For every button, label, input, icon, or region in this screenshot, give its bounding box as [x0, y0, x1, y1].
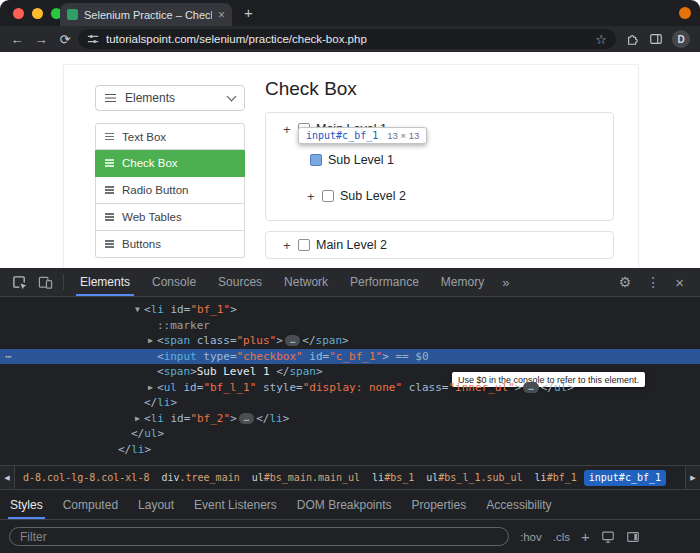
- disclosure-arrow-icon[interactable]: ▶: [131, 411, 144, 427]
- expand-plus-icon[interactable]: +: [307, 190, 316, 203]
- code-token: </: [302, 334, 315, 347]
- breadcrumb-item[interactable]: li#bs_1: [367, 470, 419, 486]
- close-devtools-icon[interactable]: ×: [675, 275, 684, 290]
- menu-header[interactable]: Elements: [95, 85, 245, 111]
- devtools-tab-sources[interactable]: Sources: [207, 268, 273, 296]
- breadcrumb-item[interactable]: div.tree_main: [156, 470, 244, 486]
- sidebar-item-radio-button[interactable]: Radio Button: [95, 177, 245, 204]
- inline-expand-icon[interactable]: …: [523, 382, 538, 393]
- device-toolbar-icon[interactable]: [32, 275, 58, 290]
- code-token: "c_bf_1": [329, 350, 382, 363]
- breadcrumb-scroll-right-icon[interactable]: ▶: [685, 466, 700, 489]
- sidebar-item-text-box[interactable]: Text Box: [95, 123, 245, 150]
- inline-expand-icon[interactable]: …: [285, 335, 300, 346]
- forward-icon[interactable]: →: [30, 32, 52, 47]
- sub-level-2-checkbox[interactable]: [322, 190, 334, 202]
- code-token: ::marker: [157, 319, 210, 332]
- code-token: <: [157, 350, 164, 363]
- styles-tab-event-listeners[interactable]: Event Listeners: [184, 490, 287, 519]
- sidebar-item-buttons[interactable]: Buttons: [95, 231, 245, 258]
- devtools-tab-memory[interactable]: Memory: [430, 268, 495, 296]
- main-level-2-checkbox[interactable]: [298, 239, 310, 251]
- dom-tree-line[interactable]: ▶<li id="bf_2">…</li>: [0, 411, 700, 427]
- dom-tree-line[interactable]: ▶<span class="plus">…</span>: [0, 333, 700, 349]
- dom-tree-line[interactable]: </li>: [0, 442, 700, 458]
- styles-tab-layout[interactable]: Layout: [128, 490, 184, 519]
- disclosure-arrow-icon[interactable]: ▶: [144, 380, 157, 396]
- menu-item-icon: [105, 159, 114, 167]
- styles-tab-dom-breakpoints[interactable]: DOM Breakpoints: [287, 490, 402, 519]
- breadcrumb-scroll-left-icon[interactable]: ◀: [0, 466, 15, 489]
- dom-tree: Use $0 in the console to refer to this e…: [0, 297, 700, 465]
- crumb-selector: #bs_main.main_ul: [264, 472, 360, 483]
- devtools-tab-network[interactable]: Network: [273, 268, 339, 296]
- site-info-icon[interactable]: [87, 33, 99, 45]
- practice-menu-list: Text BoxCheck BoxRadio ButtonWeb TablesB…: [95, 123, 245, 258]
- code-token: id: [177, 381, 197, 394]
- dom-tree-line[interactable]: ▶<ul id="bf_l_1" style="display: none" c…: [0, 380, 700, 396]
- sidebar-item-check-box[interactable]: Check Box: [95, 150, 245, 177]
- tab-close-icon[interactable]: ×: [218, 9, 225, 21]
- extensions-icon[interactable]: [626, 32, 640, 46]
- code-token: </: [541, 381, 554, 394]
- sub-level-1-checkbox[interactable]: [310, 154, 322, 166]
- inline-expand-icon[interactable]: …: [239, 413, 254, 424]
- devtools-tab-performance[interactable]: Performance: [339, 268, 430, 296]
- dom-tree-line[interactable]: </ul>: [0, 426, 700, 442]
- disclosure-arrow-icon[interactable]: ▼: [131, 302, 144, 318]
- new-tab-button[interactable]: +: [244, 4, 253, 21]
- tab-strip: Selenium Practice – Check Box × +: [0, 0, 700, 26]
- breadcrumb-item[interactable]: li#bf_1: [530, 470, 582, 486]
- browser-tab[interactable]: Selenium Practice – Check Box ×: [60, 3, 232, 26]
- code-token: "inner_ul": [448, 381, 514, 394]
- profile-avatar[interactable]: D: [672, 30, 690, 48]
- reload-icon[interactable]: ⟳: [54, 32, 76, 47]
- kebab-menu-icon[interactable]: ⋮: [646, 275, 660, 289]
- filter-input[interactable]: [9, 527, 509, 546]
- new-style-rule-icon[interactable]: +: [581, 529, 590, 544]
- devtools-tab-elements[interactable]: Elements: [69, 268, 141, 296]
- toolbar-actions: D: [618, 30, 694, 48]
- dom-tree-line[interactable]: ⋯<input type="checkbox" id="c_bf_1"> == …: [0, 349, 700, 365]
- minimize-window-button[interactable]: [32, 8, 43, 19]
- styles-tab-computed[interactable]: Computed: [53, 490, 128, 519]
- monitor-icon[interactable]: [601, 530, 615, 544]
- side-panel-icon[interactable]: [649, 32, 663, 46]
- more-tabs-icon[interactable]: »: [495, 275, 516, 290]
- breadcrumb-item[interactable]: d-8.col-lg-8.col-xl-8: [18, 470, 154, 486]
- settings-gear-icon[interactable]: ⚙: [619, 275, 632, 289]
- styles-tab-accessibility[interactable]: Accessibility: [476, 490, 561, 519]
- breadcrumb-item[interactable]: ul#bs_l_1.sub_ul: [421, 470, 527, 486]
- address-bar[interactable]: tutorialspoint.com/selenium/practice/che…: [78, 29, 616, 49]
- code-token: class: [190, 334, 230, 347]
- close-window-button[interactable]: [13, 8, 24, 19]
- toggle-element-state-button[interactable]: :hov: [520, 531, 542, 543]
- disclosure-arrow-icon[interactable]: ▶: [144, 333, 157, 349]
- styles-tab-styles[interactable]: Styles: [0, 490, 53, 519]
- tree-node-sub-level-1[interactable]: Sub Level 1: [310, 153, 394, 167]
- sidebar-item-web-tables[interactable]: Web Tables: [95, 204, 245, 231]
- expand-plus-icon[interactable]: +: [283, 123, 292, 136]
- expand-plus-icon[interactable]: +: [283, 239, 292, 252]
- dock-side-icon[interactable]: [626, 530, 640, 544]
- element-classes-button[interactable]: .cls: [553, 531, 570, 543]
- inspect-tooltip: input#c_bf_1 13 × 13: [298, 127, 427, 144]
- dom-tree-line[interactable]: ▼<li id="bf_1">: [0, 302, 700, 318]
- dom-tree-line[interactable]: <span>Sub Level 1 </span>: [0, 364, 700, 380]
- tree-node-sub-level-2[interactable]: + Sub Level 2: [307, 189, 406, 203]
- crumb-tag: div: [161, 472, 179, 483]
- devtools-tab-console[interactable]: Console: [141, 268, 207, 296]
- breadcrumb-item[interactable]: ul#bs_main.main_ul: [247, 470, 365, 486]
- back-icon[interactable]: ←: [6, 32, 28, 47]
- inspect-element-icon[interactable]: [6, 275, 32, 290]
- tree-node-label: Main Level 2: [316, 238, 387, 252]
- bookmark-star-icon[interactable]: ☆: [595, 32, 607, 47]
- code-token: >: [230, 303, 237, 316]
- menu-item-label: Radio Button: [122, 184, 189, 196]
- breadcrumb-item[interactable]: input#c_bf_1: [584, 470, 666, 486]
- dom-tree-line[interactable]: ::marker: [0, 318, 700, 334]
- crumb-selector: d-8.col-lg-8.col-xl-8: [23, 472, 149, 483]
- dom-tree-line[interactable]: </li>: [0, 395, 700, 411]
- styles-tab-properties[interactable]: Properties: [402, 490, 477, 519]
- tree-node-main-level-2[interactable]: + Main Level 2: [266, 238, 387, 252]
